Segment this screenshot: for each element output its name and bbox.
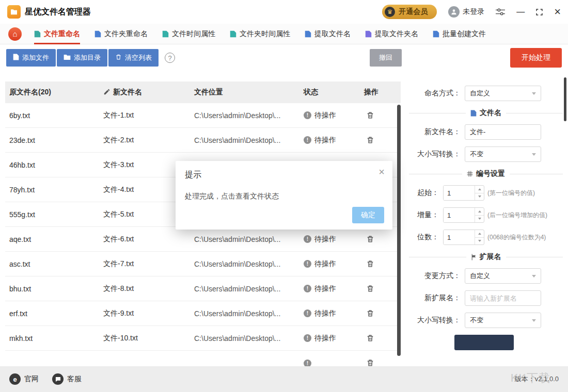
- delete-row-button[interactable]: [366, 111, 374, 120]
- info-icon: !: [304, 260, 311, 268]
- dialog-ok-button[interactable]: 确定: [352, 207, 384, 223]
- file-location: C:\Users\admin\Desktop\...: [190, 285, 299, 293]
- tab[interactable]: 提取文件名: [305, 24, 351, 44]
- spin-down-icon[interactable]: [475, 238, 484, 245]
- delete-row-button[interactable]: [366, 136, 374, 144]
- start-number-stepper[interactable]: [443, 185, 484, 201]
- tab[interactable]: 文件夹时间属性: [230, 24, 290, 44]
- new-filename-input[interactable]: [465, 124, 541, 140]
- tab-icon: [433, 30, 439, 38]
- trash-icon: [115, 54, 122, 62]
- section-filename: 文件名: [409, 108, 563, 118]
- tab[interactable]: 文件夹重命名: [94, 24, 148, 44]
- file-location: C:\Users\admin\Desktop\...: [190, 309, 299, 318]
- ext-mode-select[interactable]: 自定义: [465, 268, 541, 284]
- customer-service-link[interactable]: 客服: [52, 373, 82, 385]
- file-status: !: [299, 358, 360, 366]
- increment-hint: (后一位编号增加的值): [487, 211, 547, 220]
- increment-stepper[interactable]: [443, 207, 484, 223]
- official-site-link[interactable]: e 官网: [9, 373, 39, 385]
- naming-mode-select[interactable]: 自定义: [465, 86, 541, 101]
- ext-case-select[interactable]: 不变: [465, 313, 541, 328]
- tab-icon: [34, 30, 41, 38]
- original-filename: 6by.txt: [5, 111, 99, 120]
- avatar-icon: [448, 6, 460, 18]
- original-filename: mkh.txt: [5, 334, 99, 342]
- undo-button[interactable]: 撤回: [370, 49, 402, 67]
- digits-hint: (0068的编号位数为4): [487, 233, 546, 242]
- digits-stepper[interactable]: [443, 230, 484, 245]
- settings-sliders-icon[interactable]: [496, 8, 505, 16]
- original-filename: 23de.txt: [5, 136, 99, 144]
- spin-up-icon[interactable]: [475, 208, 484, 216]
- vip-label: 开通会员: [399, 7, 428, 17]
- file-location: C:\Users\admin\Desktop\...: [190, 235, 299, 243]
- digits-input[interactable]: [444, 230, 475, 244]
- user-account[interactable]: 未登录: [448, 6, 484, 18]
- info-icon: !: [304, 235, 311, 243]
- tab-icon: [94, 30, 101, 38]
- original-filename: bhu.txt: [5, 285, 99, 293]
- spin-up-icon[interactable]: [475, 230, 484, 238]
- header-new-filename: 新文件名: [99, 88, 190, 97]
- file-location: C:\Users\admin\Desktop\...: [190, 334, 299, 342]
- spin-up-icon[interactable]: [475, 186, 484, 193]
- delete-row-button[interactable]: [366, 358, 374, 366]
- table-scrollbar[interactable]: [397, 105, 401, 356]
- add-folder-button[interactable]: 添加目录: [57, 49, 107, 67]
- chevron-down-icon: [532, 92, 536, 95]
- home-button[interactable]: ⌂: [8, 27, 22, 41]
- delete-row-button[interactable]: [366, 309, 374, 318]
- panel-scrollbar[interactable]: [564, 77, 566, 121]
- delete-row-button[interactable]: [366, 235, 374, 243]
- spin-down-icon[interactable]: [475, 193, 484, 201]
- new-filename: 文件-1.txt: [99, 111, 190, 120]
- file-status: ! 待操作: [299, 308, 360, 318]
- original-filename: 46hb.txt: [5, 161, 99, 169]
- increment-input[interactable]: [444, 208, 475, 222]
- table-row: asc.txt 文件-7.txt C:\Users\admin\Desktop\…: [5, 252, 401, 276]
- chevron-down-icon: [532, 275, 536, 277]
- file-location: C:\Users\admin\Desktop\...: [190, 136, 299, 144]
- start-number-input[interactable]: [444, 186, 475, 200]
- clear-list-button[interactable]: 清空列表: [108, 49, 159, 67]
- help-icon[interactable]: ?: [165, 53, 175, 63]
- settings-panel: 命名方式： 自定义 文件名 新文件名： 大小写转换： 不变: [409, 71, 563, 366]
- file-status: ! 待操作: [299, 259, 360, 269]
- add-file-button[interactable]: 添加文件: [6, 49, 56, 67]
- header-original: 原文件名(20): [5, 88, 99, 97]
- info-icon: !: [304, 360, 311, 366]
- section-extension: 扩展名: [409, 252, 563, 262]
- new-filename-row: 新文件名：: [409, 124, 563, 140]
- file-status: ! 待操作: [299, 135, 360, 145]
- table-header: 原文件名(20) 新文件名 文件位置 状态 操作: [5, 81, 401, 103]
- tab[interactable]: 文件重命名: [34, 24, 80, 44]
- header-location: 文件位置: [190, 88, 299, 97]
- start-process-button[interactable]: 开始处理: [510, 48, 562, 68]
- vip-button[interactable]: ♛ 开通会员: [382, 5, 437, 19]
- original-filename: aqe.txt: [5, 235, 99, 243]
- minimize-button[interactable]: —: [516, 8, 525, 16]
- clear-list-label: 清空列表: [125, 53, 152, 62]
- clipped-action-button[interactable]: [454, 335, 514, 350]
- file-icon: [470, 110, 477, 117]
- tab[interactable]: 提取文件夹名: [365, 24, 418, 44]
- chevron-down-icon: [532, 319, 536, 322]
- file-status: ! 待操作: [299, 284, 360, 293]
- delete-row-button[interactable]: [366, 334, 374, 342]
- tab[interactable]: 文件时间属性: [162, 24, 215, 44]
- spin-down-icon[interactable]: [475, 216, 484, 223]
- app-title: 星优文件名管理器: [25, 7, 91, 18]
- status-text: 待操作: [314, 136, 336, 145]
- tab-list: 文件重命名 文件夹重命名 文件时间属性 文件夹时间属性 提取文件名 提取文件夹名…: [34, 24, 486, 44]
- file-icon: [13, 54, 19, 62]
- info-icon: !: [304, 285, 311, 292]
- maximize-button[interactable]: [536, 9, 543, 15]
- case-convert-select[interactable]: 不变: [465, 146, 541, 162]
- dialog-close-icon[interactable]: ×: [378, 167, 385, 177]
- new-ext-input[interactable]: [465, 290, 541, 306]
- delete-row-button[interactable]: [366, 284, 374, 293]
- tab[interactable]: 批量创建文件: [433, 24, 486, 44]
- delete-row-button[interactable]: [366, 259, 374, 268]
- close-button[interactable]: ×: [554, 6, 561, 18]
